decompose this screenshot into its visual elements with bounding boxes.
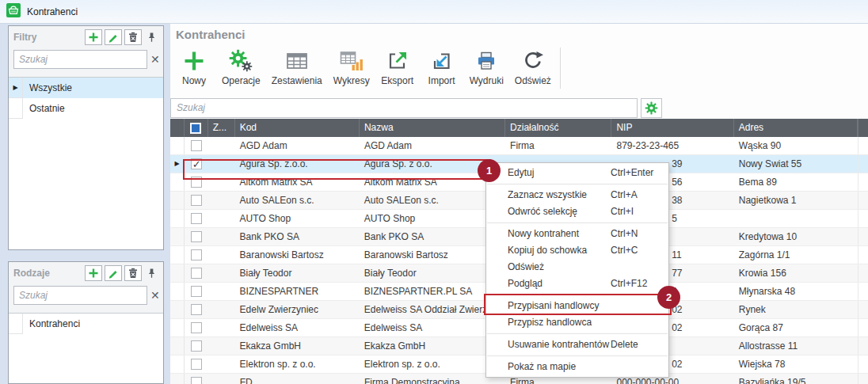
table-row[interactable]: AGD AdamAGD AdamFirma879-23-23-465Wąska … <box>170 137 868 155</box>
grid-search-input[interactable] <box>170 98 638 118</box>
column-header-adres[interactable]: Adres <box>734 119 858 137</box>
cell-adres: Allostrasse 11 <box>734 337 858 355</box>
menu-item-kopiuj-do-schowka[interactable]: Kopiuj do schowkaCtrl+C <box>486 242 668 259</box>
menu-item-nowy-kontrahent[interactable]: Nowy kontrahentCtrl+N <box>486 226 668 242</box>
search-settings-button[interactable] <box>641 98 662 118</box>
cell-kod: AUTO Shop <box>235 210 360 227</box>
sidebar-item-ostatnie[interactable]: Ostatnie <box>9 98 163 119</box>
row-checkbox[interactable] <box>191 140 202 151</box>
cell-adres <box>734 210 858 227</box>
row-indicator <box>170 192 185 209</box>
row-checkbox[interactable] <box>191 304 202 315</box>
toolbar-button-nowy[interactable]: Nowy <box>172 46 216 88</box>
cell-kod: Edelw Zwierzyniec <box>235 301 360 318</box>
cell-adres: Bazyliańka 19/5 <box>734 374 858 384</box>
annotation-box-selected-row <box>183 159 491 180</box>
cell-nazwa: Elektron sp. z o.o. <box>360 355 505 373</box>
cell-adres: Nowy Swiat 55 <box>734 155 858 173</box>
menu-item-usuwanie-kontrahentów[interactable]: Usuwanie kontrahentówDelete <box>486 336 668 353</box>
row-indicator <box>170 319 185 336</box>
menu-separator <box>487 222 668 223</box>
toolbar-button-zestawienia[interactable]: Zestawienia <box>266 46 328 88</box>
types-search-input[interactable] <box>13 286 147 305</box>
toolbar-button-eksport[interactable]: Eksport <box>375 46 420 88</box>
cell-kod: AGD Adam <box>235 137 360 154</box>
row-checkbox[interactable] <box>191 359 202 370</box>
cell-nazwa: Baranowski Bartosz <box>360 246 505 264</box>
grid-search-bar <box>170 97 662 118</box>
toolbar-button-operacje[interactable]: Operacje <box>216 46 266 88</box>
filters-list: WszystkieOstatnie <box>9 77 163 249</box>
menu-separator <box>487 333 668 334</box>
cell-adres: Krowia 156 <box>734 264 858 282</box>
table-icon <box>286 48 308 74</box>
cell-nazwa: Firma Demonstracyjna <box>360 374 505 384</box>
sidebar-item-kontrahenci[interactable]: Kontrahenci <box>9 314 163 334</box>
row-indicator <box>170 246 185 264</box>
clear-search-icon[interactable]: ✕ <box>150 289 160 302</box>
cell-kod: FD <box>235 374 360 384</box>
column-header-nip[interactable]: NIP <box>611 119 733 137</box>
row-checkbox[interactable] <box>191 268 202 279</box>
menu-item-podgląd[interactable]: PodglądCtrl+F12 <box>486 276 668 292</box>
sidebar-item-wszystkie[interactable]: Wszystkie <box>9 78 163 98</box>
row-checkbox[interactable] <box>191 249 202 260</box>
types-panel-title: Rodzaje <box>13 268 82 279</box>
cell-adres: Wiejska 78 <box>734 355 858 373</box>
row-checkbox[interactable] <box>191 286 202 297</box>
row-checkbox[interactable] <box>191 195 202 206</box>
row-checkbox[interactable] <box>191 340 202 352</box>
edit-type-button[interactable] <box>105 265 122 281</box>
column-header-nazwa[interactable]: Nazwa <box>360 119 505 137</box>
toolbar-button-import[interactable]: Import <box>420 46 464 88</box>
types-list: Kontrahenci <box>9 313 163 383</box>
row-checkbox[interactable] <box>191 322 202 333</box>
row-checkbox[interactable] <box>191 213 202 224</box>
delete-type-button[interactable] <box>124 265 142 281</box>
cell-kod: Elektron sp. z o.o. <box>235 355 360 373</box>
cell-nazwa: Biały Teodor <box>360 264 505 282</box>
toolbar-button-odśwież[interactable]: Odśwież <box>509 46 557 88</box>
row-checkbox[interactable] <box>191 377 202 384</box>
menu-item-edytuj[interactable]: EdytujCtrl+Enter <box>486 165 668 181</box>
selected-row-arrow-icon <box>9 78 23 98</box>
title-bar: Kontrahenci <box>0 0 868 24</box>
pin-icon[interactable] <box>144 265 158 281</box>
cell-adres: Młynarska 48 <box>734 283 858 300</box>
menu-item-odśwież[interactable]: Odśwież <box>486 259 668 276</box>
types-panel-header: Rodzaje <box>9 262 163 284</box>
clear-search-icon[interactable]: ✕ <box>150 53 160 66</box>
menu-separator <box>487 184 668 184</box>
row-gutter <box>9 314 23 334</box>
add-filter-button[interactable] <box>85 29 102 45</box>
select-all-cell <box>185 119 208 137</box>
menu-item-przypisz-handlowca[interactable]: Przypisz handlowca <box>486 314 668 331</box>
column-header-kod[interactable]: Kod <box>235 119 360 137</box>
filters-panel-title: Filtry <box>13 32 82 43</box>
toolbar-button-wykresy[interactable]: Wykresy <box>328 46 375 88</box>
header-filler-cell <box>858 119 868 137</box>
row-indicator <box>170 283 185 300</box>
cell-nazwa: Edelweiss SA <box>360 319 505 336</box>
cell-adres: Wąska 90 <box>734 137 858 154</box>
pin-icon[interactable] <box>144 29 158 45</box>
menu-item-pokaż-na-mapie[interactable]: Pokaż na mapie <box>486 359 668 375</box>
cell-nazwa: AGD Adam <box>360 137 505 154</box>
filters-search-input[interactable] <box>13 50 147 69</box>
toolbar-button-wydruki[interactable]: Wydruki <box>464 46 509 88</box>
row-checkbox[interactable] <box>191 231 202 242</box>
row-indicator <box>170 264 185 282</box>
add-type-button[interactable] <box>85 265 102 281</box>
edit-filter-button[interactable] <box>105 29 122 45</box>
cell-adres: Kredytowa 10 <box>734 228 858 245</box>
select-all-checkbox[interactable] <box>190 123 201 134</box>
toolbar-divider <box>560 48 561 89</box>
menu-item-odwróć-selekcję[interactable]: Odwróć selekcjęCtrl+I <box>486 203 668 220</box>
chart-icon <box>340 48 364 74</box>
column-header-dzialalnosc[interactable]: Działalność <box>505 119 611 137</box>
cell-nazwa: AUTO Shop <box>360 210 505 227</box>
delete-filter-button[interactable] <box>124 29 142 45</box>
column-header-z[interactable]: Z... <box>208 119 235 137</box>
cell-adres: Gorąca 87 <box>734 319 858 336</box>
menu-item-zaznacz-wszystkie[interactable]: Zaznacz wszystkieCtrl+A <box>486 187 668 203</box>
